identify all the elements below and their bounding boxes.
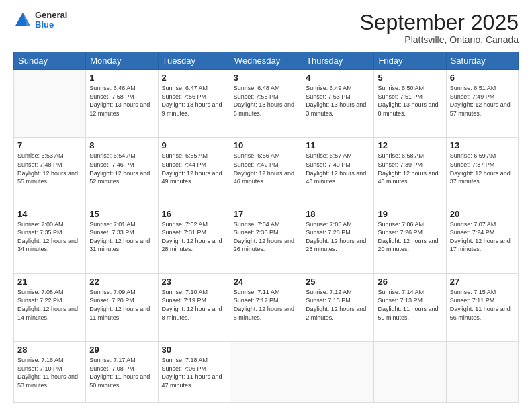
calendar-week-3: 21Sunrise: 7:08 AMSunset: 7:22 PMDayligh… — [14, 273, 519, 341]
day-info: Sunrise: 6:51 AMSunset: 7:49 PMDaylight:… — [450, 84, 515, 118]
logo-general: General — [35, 11, 67, 20]
calendar-cell: 20Sunrise: 7:07 AMSunset: 7:24 PMDayligh… — [446, 205, 518, 273]
calendar-cell: 19Sunrise: 7:06 AMSunset: 7:26 PMDayligh… — [374, 205, 446, 273]
calendar-cell: 27Sunrise: 7:15 AMSunset: 7:11 PMDayligh… — [446, 273, 518, 341]
day-number: 2 — [162, 73, 226, 83]
weekday-header-tuesday: Tuesday — [158, 52, 230, 70]
calendar-cell: 10Sunrise: 6:56 AMSunset: 7:42 PMDayligh… — [230, 138, 302, 205]
day-info: Sunrise: 7:06 AMSunset: 7:26 PMDaylight:… — [378, 220, 442, 254]
day-info: Sunrise: 7:10 AMSunset: 7:19 PMDaylight:… — [162, 288, 226, 322]
calendar-cell: 26Sunrise: 7:14 AMSunset: 7:13 PMDayligh… — [374, 273, 446, 341]
calendar-cell: 2Sunrise: 6:47 AMSunset: 7:56 PMDaylight… — [158, 70, 230, 138]
weekday-header-sunday: Sunday — [14, 52, 86, 70]
day-info: Sunrise: 7:15 AMSunset: 7:11 PMDaylight:… — [450, 288, 515, 322]
logo-icon — [13, 11, 32, 30]
day-info: Sunrise: 7:01 AMSunset: 7:33 PMDaylight:… — [89, 220, 154, 254]
day-info: Sunrise: 7:12 AMSunset: 7:15 PMDaylight:… — [306, 288, 370, 322]
day-number: 16 — [162, 209, 226, 219]
calendar-week-4: 28Sunrise: 7:16 AMSunset: 7:10 PMDayligh… — [14, 342, 519, 403]
calendar-header: SundayMondayTuesdayWednesdayThursdayFrid… — [14, 52, 519, 70]
day-number: 30 — [162, 345, 226, 355]
calendar-cell: 24Sunrise: 7:11 AMSunset: 7:17 PMDayligh… — [230, 273, 302, 341]
day-number: 29 — [89, 345, 154, 355]
calendar-cell: 28Sunrise: 7:16 AMSunset: 7:10 PMDayligh… — [14, 342, 86, 403]
calendar-cell — [230, 342, 302, 403]
calendar-cell: 4Sunrise: 6:49 AMSunset: 7:53 PMDaylight… — [302, 70, 374, 138]
day-info: Sunrise: 7:14 AMSunset: 7:13 PMDaylight:… — [378, 288, 442, 322]
calendar-cell — [14, 70, 86, 138]
day-info: Sunrise: 6:56 AMSunset: 7:42 PMDaylight:… — [234, 152, 298, 185]
day-number: 19 — [378, 209, 442, 219]
day-number: 7 — [17, 140, 82, 150]
day-number: 8 — [89, 140, 154, 150]
day-number: 25 — [306, 277, 370, 287]
calendar-cell: 3Sunrise: 6:48 AMSunset: 7:55 PMDaylight… — [230, 70, 302, 138]
day-info: Sunrise: 7:04 AMSunset: 7:30 PMDaylight:… — [234, 220, 298, 254]
day-info: Sunrise: 7:18 AMSunset: 7:06 PMDaylight:… — [162, 356, 226, 390]
day-info: Sunrise: 6:46 AMSunset: 7:58 PMDaylight:… — [89, 84, 154, 118]
day-number: 26 — [378, 277, 442, 287]
calendar-cell: 8Sunrise: 6:54 AMSunset: 7:46 PMDaylight… — [86, 138, 158, 205]
calendar-cell: 25Sunrise: 7:12 AMSunset: 7:15 PMDayligh… — [302, 273, 374, 341]
logo-text: General Blue — [35, 11, 67, 30]
logo: General Blue — [13, 11, 67, 30]
day-number: 12 — [378, 140, 442, 150]
calendar-week-2: 14Sunrise: 7:00 AMSunset: 7:35 PMDayligh… — [14, 205, 519, 273]
calendar-cell: 16Sunrise: 7:02 AMSunset: 7:31 PMDayligh… — [158, 205, 230, 273]
day-info: Sunrise: 7:16 AMSunset: 7:10 PMDaylight:… — [17, 356, 82, 390]
calendar-cell: 1Sunrise: 6:46 AMSunset: 7:58 PMDaylight… — [86, 70, 158, 138]
calendar-cell: 7Sunrise: 6:53 AMSunset: 7:48 PMDaylight… — [14, 138, 86, 205]
calendar-cell — [374, 342, 446, 403]
day-info: Sunrise: 7:09 AMSunset: 7:20 PMDaylight:… — [89, 288, 154, 322]
day-info: Sunrise: 7:00 AMSunset: 7:35 PMDaylight:… — [17, 220, 82, 254]
calendar-cell: 22Sunrise: 7:09 AMSunset: 7:20 PMDayligh… — [86, 273, 158, 341]
day-info: Sunrise: 7:11 AMSunset: 7:17 PMDaylight:… — [234, 288, 298, 322]
calendar-cell: 17Sunrise: 7:04 AMSunset: 7:30 PMDayligh… — [230, 205, 302, 273]
calendar-week-1: 7Sunrise: 6:53 AMSunset: 7:48 PMDaylight… — [14, 138, 519, 205]
day-number: 11 — [306, 140, 370, 150]
top-section: General Blue September 2025 Plattsville,… — [13, 11, 519, 45]
calendar-cell: 21Sunrise: 7:08 AMSunset: 7:22 PMDayligh… — [14, 273, 86, 341]
calendar-cell: 13Sunrise: 6:59 AMSunset: 7:37 PMDayligh… — [446, 138, 518, 205]
calendar: SundayMondayTuesdayWednesdayThursdayFrid… — [13, 52, 519, 403]
day-info: Sunrise: 6:53 AMSunset: 7:48 PMDaylight:… — [17, 152, 82, 185]
day-number: 13 — [450, 140, 515, 150]
day-number: 22 — [89, 277, 154, 287]
day-number: 10 — [234, 140, 298, 150]
day-number: 15 — [89, 209, 154, 219]
day-info: Sunrise: 7:08 AMSunset: 7:22 PMDaylight:… — [17, 288, 82, 322]
day-number: 9 — [162, 140, 226, 150]
day-number: 5 — [378, 73, 442, 83]
header-right: September 2025 Plattsville, Ontario, Can… — [359, 11, 519, 45]
day-info: Sunrise: 6:50 AMSunset: 7:51 PMDaylight:… — [378, 84, 442, 118]
location: Plattsville, Ontario, Canada — [359, 34, 519, 45]
day-info: Sunrise: 6:59 AMSunset: 7:37 PMDaylight:… — [450, 152, 515, 185]
day-number: 20 — [450, 209, 515, 219]
calendar-cell: 23Sunrise: 7:10 AMSunset: 7:19 PMDayligh… — [158, 273, 230, 341]
weekday-header-monday: Monday — [86, 52, 158, 70]
weekday-header-friday: Friday — [374, 52, 446, 70]
calendar-cell: 15Sunrise: 7:01 AMSunset: 7:33 PMDayligh… — [86, 205, 158, 273]
calendar-cell: 30Sunrise: 7:18 AMSunset: 7:06 PMDayligh… — [158, 342, 230, 403]
day-info: Sunrise: 6:47 AMSunset: 7:56 PMDaylight:… — [162, 84, 226, 118]
day-number: 6 — [450, 73, 515, 83]
calendar-cell: 18Sunrise: 7:05 AMSunset: 7:28 PMDayligh… — [302, 205, 374, 273]
calendar-body: 1Sunrise: 6:46 AMSunset: 7:58 PMDaylight… — [14, 70, 519, 403]
day-number: 24 — [234, 277, 298, 287]
day-info: Sunrise: 7:07 AMSunset: 7:24 PMDaylight:… — [450, 220, 515, 254]
weekday-row: SundayMondayTuesdayWednesdayThursdayFrid… — [14, 52, 519, 70]
calendar-cell: 12Sunrise: 6:58 AMSunset: 7:39 PMDayligh… — [374, 138, 446, 205]
day-number: 4 — [306, 73, 370, 83]
calendar-cell: 9Sunrise: 6:55 AMSunset: 7:44 PMDaylight… — [158, 138, 230, 205]
calendar-cell: 14Sunrise: 7:00 AMSunset: 7:35 PMDayligh… — [14, 205, 86, 273]
month-title: September 2025 — [359, 11, 519, 34]
day-number: 1 — [89, 73, 154, 83]
day-number: 27 — [450, 277, 515, 287]
day-info: Sunrise: 6:48 AMSunset: 7:55 PMDaylight:… — [234, 84, 298, 118]
day-info: Sunrise: 7:05 AMSunset: 7:28 PMDaylight:… — [306, 220, 370, 254]
logo-blue: Blue — [35, 20, 67, 30]
day-info: Sunrise: 6:58 AMSunset: 7:39 PMDaylight:… — [378, 152, 442, 185]
calendar-cell — [446, 342, 518, 403]
day-info: Sunrise: 7:17 AMSunset: 7:08 PMDaylight:… — [89, 356, 154, 390]
weekday-header-thursday: Thursday — [302, 52, 374, 70]
